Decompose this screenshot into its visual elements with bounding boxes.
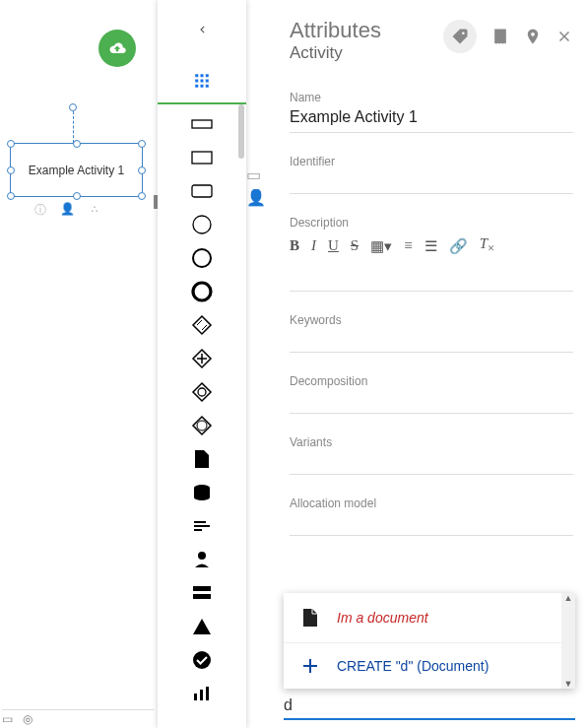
close-panel-button[interactable]	[555, 28, 573, 45]
node-port-top[interactable]	[69, 103, 77, 111]
chevron-left-icon	[195, 23, 209, 36]
attachments-search[interactable]	[284, 693, 575, 720]
tab-attributes[interactable]	[443, 20, 477, 53]
allocation-label: Allocation model	[290, 496, 573, 510]
unordered-list-button[interactable]: ☰	[424, 237, 437, 255]
scroll-down-icon[interactable]: ▼	[561, 679, 575, 689]
italic-button[interactable]: I	[311, 237, 316, 254]
identifier-label: Identifier	[290, 155, 573, 168]
resize-handle[interactable]	[73, 140, 81, 148]
keywords-label: Keywords	[290, 313, 573, 327]
location-pin-icon	[524, 27, 542, 46]
shape-list[interactable]	[158, 104, 246, 728]
shape-server[interactable]	[190, 583, 214, 603]
tree-icon[interactable]: ⛬	[89, 202, 100, 219]
link-button[interactable]: 🔗	[449, 237, 468, 255]
plus-icon	[301, 657, 319, 675]
decomposition-label: Decomposition	[290, 374, 573, 388]
shape-rect-wide[interactable]	[190, 148, 214, 167]
ordered-list-button[interactable]: ≡	[404, 237, 412, 254]
bold-button[interactable]: B	[290, 237, 299, 254]
svg-point-3	[193, 216, 211, 233]
table-button[interactable]: ▦▾	[370, 237, 392, 255]
strike-button[interactable]: S	[351, 237, 359, 254]
svg-rect-13	[194, 694, 197, 700]
identifier-input[interactable]	[290, 172, 573, 194]
shape-document[interactable]	[190, 449, 214, 469]
tab-location[interactable]	[524, 27, 542, 46]
svg-rect-11	[193, 594, 211, 599]
shape-rect-thin[interactable]	[190, 114, 214, 134]
allocation-input[interactable]	[290, 514, 573, 536]
shape-circle-bold[interactable]	[190, 282, 214, 301]
shape-diamond-hatched[interactable]	[190, 315, 214, 335]
resize-handle[interactable]	[7, 140, 15, 148]
shape-warning[interactable]	[190, 617, 214, 636]
palette-grid-tab[interactable]	[158, 59, 246, 104]
side-toolbar: ▭ 👤	[246, 165, 266, 207]
footer-target-icon[interactable]: ◎	[23, 712, 33, 726]
shape-checkcircle[interactable]	[190, 650, 214, 670]
document-icon	[301, 607, 319, 629]
resize-handle[interactable]	[73, 192, 81, 200]
variants-input[interactable]	[290, 453, 573, 475]
description-label: Description	[290, 216, 573, 230]
decomposition-input[interactable]	[290, 392, 573, 414]
svg-point-16	[462, 32, 465, 34]
shape-lines[interactable]	[190, 516, 214, 536]
tag-icon	[450, 27, 470, 46]
shape-circle-medium[interactable]	[190, 248, 214, 268]
autocomplete-scrollbar[interactable]: ▲ ▼	[561, 593, 575, 689]
upload-button[interactable]	[98, 30, 136, 67]
attachments-input[interactable]	[284, 693, 575, 718]
keywords-input[interactable]	[290, 331, 573, 353]
svg-rect-2	[192, 185, 212, 197]
resize-handle[interactable]	[138, 166, 146, 174]
name-label: Name	[290, 91, 573, 104]
shape-datastore[interactable]	[190, 483, 214, 502]
resize-handle[interactable]	[138, 140, 146, 148]
shape-person[interactable]	[190, 550, 214, 569]
activity-node[interactable]: Example Activity 1	[10, 143, 143, 197]
receipt-icon	[490, 27, 510, 46]
shape-diamond-circle[interactable]	[190, 382, 214, 402]
autocomplete-create-item[interactable]: CREATE "d" (Document)	[284, 642, 575, 689]
svg-point-5	[193, 283, 211, 300]
clear-format-button[interactable]: T×	[480, 235, 494, 256]
info-icon[interactable]: ⓘ	[34, 202, 46, 219]
shape-rect-rounded[interactable]	[190, 181, 214, 201]
description-input[interactable]	[290, 264, 573, 292]
name-input[interactable]: Example Activity 1	[290, 108, 573, 133]
person-silhouette-icon[interactable]: 👤	[246, 188, 266, 207]
svg-point-7	[197, 421, 207, 430]
resize-handle[interactable]	[7, 192, 15, 200]
svg-point-6	[198, 388, 206, 396]
resize-handle[interactable]	[138, 192, 146, 200]
tab-notes[interactable]	[490, 27, 510, 46]
canvas[interactable]: Example Activity 1 ⓘ 👤 ⛬	[0, 0, 158, 728]
footer-bar: ▭ ◎	[2, 709, 155, 726]
footer-rect-icon[interactable]: ▭	[2, 712, 13, 726]
scroll-up-icon[interactable]: ▲	[561, 593, 575, 603]
person-icon[interactable]: 👤	[60, 202, 75, 219]
shape-circle-thin[interactable]	[190, 215, 214, 234]
shape-diamond-plus[interactable]	[190, 349, 214, 368]
node-footer-icons: ⓘ 👤 ⛬	[34, 202, 100, 219]
variants-label: Variants	[290, 435, 573, 449]
underline-button[interactable]: U	[328, 237, 339, 254]
resize-handle[interactable]	[7, 166, 15, 174]
close-icon	[555, 28, 573, 45]
shape-diamond-complex[interactable]	[190, 416, 214, 435]
svg-point-4	[193, 249, 211, 267]
shape-barchart[interactable]	[190, 684, 214, 703]
autocomplete-item-label: Im a document	[337, 610, 428, 626]
autocomplete-create-label: CREATE "d" (Document)	[337, 658, 489, 674]
autocomplete-popup: ▲ ▼ Im a document CREATE "d" (Document)	[284, 593, 575, 689]
activity-node-label: Example Activity 1	[29, 164, 124, 177]
palette-back-button[interactable]	[158, 0, 246, 59]
panel-subtitle: Activity	[290, 43, 443, 63]
scrollbar-thumb[interactable]	[238, 104, 244, 159]
svg-rect-15	[206, 687, 209, 700]
shape-hint-icon[interactable]: ▭	[246, 165, 266, 184]
autocomplete-item-document[interactable]: Im a document	[284, 593, 575, 642]
